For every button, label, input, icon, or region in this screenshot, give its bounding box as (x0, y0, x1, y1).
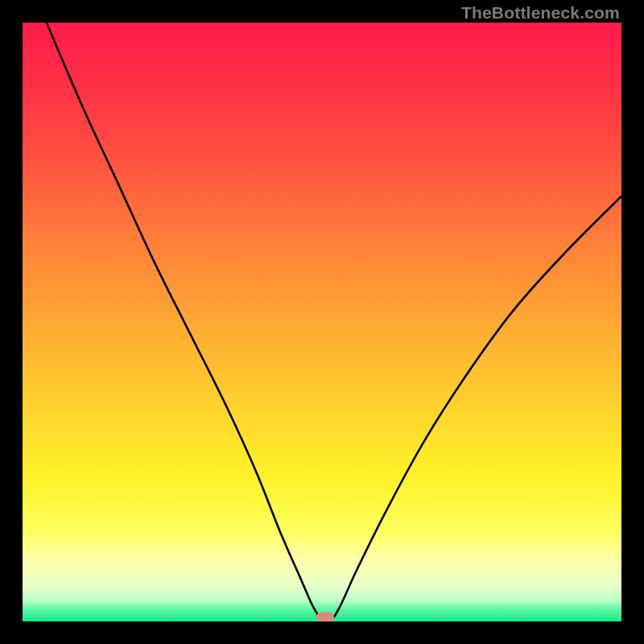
min-marker (316, 612, 334, 621)
curve-svg (23, 23, 621, 621)
chart-frame: TheBottleneck.com (0, 0, 644, 644)
watermark-text: TheBottleneck.com (461, 3, 620, 23)
plot-area (23, 23, 621, 621)
bottleneck-curve (47, 23, 621, 621)
